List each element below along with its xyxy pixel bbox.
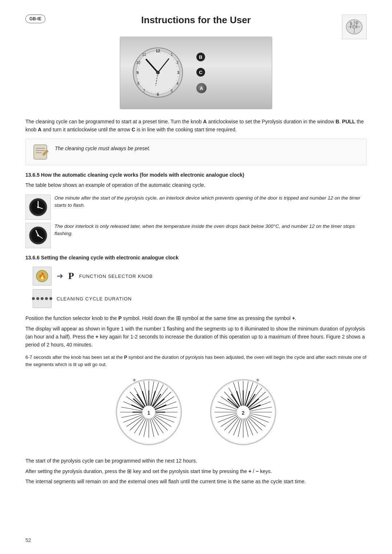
label-a: A	[196, 83, 207, 93]
bottom-para1: The start of the pyrolysis cycle can be …	[25, 457, 367, 465]
svg-text:4: 4	[176, 82, 179, 86]
page: GB-IE Instructions for the User	[0, 0, 392, 554]
svg-text:3: 3	[177, 70, 179, 75]
svg-point-3	[352, 25, 356, 29]
intro-para1: The cleaning cycle can be programmed to …	[25, 118, 367, 134]
dial-2: ✳	[207, 376, 279, 448]
section-365: 13.6.5 How the automatic cleaning cycle …	[25, 171, 367, 189]
section-365-para1: The table below shows an example of oper…	[25, 181, 367, 189]
svg-text:1: 1	[147, 410, 150, 416]
function-row-1: 🔥 ➜ P FUNCTION SELECTOR KNOB	[33, 267, 367, 286]
svg-text:8: 8	[137, 82, 139, 86]
fn-label-2: CLEANING CYCLE DURATION	[57, 296, 132, 301]
clock-icon-row-2: The door interlock is only released late…	[25, 223, 367, 248]
label-c: C	[196, 68, 205, 77]
dot-1	[32, 297, 35, 300]
section-366: 13.6.6 Setting the cleaning cycle with e…	[25, 254, 367, 262]
svg-text:2: 2	[176, 61, 179, 65]
dial-1: ✳	[113, 376, 185, 448]
svg-text:10: 10	[136, 61, 140, 65]
dial1-annotation: ✳	[132, 378, 136, 383]
note-text: The cleaning cycle must always be preset…	[55, 143, 150, 152]
svg-text:2: 2	[242, 410, 245, 416]
svg-text:7: 7	[143, 89, 145, 93]
analog-clock: 12 3 6 9 1 2 4 5 7 8 10 11	[131, 46, 185, 100]
body-para2: The display will appear as shown in figu…	[25, 325, 367, 349]
clock-icons-section: One minute after the start of the pyroly…	[25, 194, 367, 248]
function-rows: 🔥 ➜ P FUNCTION SELECTOR KNOB CLEANING CY…	[33, 267, 367, 308]
arrow-icon: ➜	[57, 271, 63, 281]
svg-text:1: 1	[171, 53, 173, 57]
section-365-italic1: One minute after the start of the pyroly…	[54, 194, 367, 209]
header-icon	[342, 15, 367, 39]
section-365-italic2: The door interlock is only released late…	[54, 223, 367, 238]
svg-point-35	[37, 206, 39, 208]
clock-icon-row-1: One minute after the start of the pyroly…	[25, 194, 367, 220]
dark-clock-icon-2	[25, 223, 51, 248]
p-symbol: P	[68, 271, 74, 282]
page-number: 52	[25, 537, 31, 543]
dot-5	[49, 297, 52, 300]
dots-icon-box	[33, 289, 52, 308]
svg-text:5: 5	[171, 89, 173, 93]
body-text-block-2: 6-7 seconds after the knob has been set …	[25, 354, 367, 368]
body-para3: 6-7 seconds after the knob has been set …	[25, 354, 367, 368]
section-365-heading: 13.6.5 How the automatic cleaning cycle …	[25, 171, 367, 179]
svg-text:9: 9	[136, 70, 139, 75]
dial-diagrams: ✳	[25, 376, 367, 448]
function-row-2: CLEANING CYCLE DURATION	[33, 289, 367, 308]
gb-ie-badge: GB-IE	[25, 15, 45, 23]
dot-2	[36, 297, 39, 300]
dot-3	[41, 297, 44, 300]
body-text-block: Position the function selector knob to t…	[25, 314, 367, 349]
dots-icon	[30, 295, 54, 302]
clock-diagram-image: 12 3 6 9 1 2 4 5 7 8 10 11	[120, 37, 272, 109]
svg-point-41	[37, 234, 39, 236]
svg-text:🔥: 🔥	[38, 272, 46, 280]
header: GB-IE Instructions for the User	[25, 15, 367, 26]
bottom-text: The start of the pyrolysis cycle can be …	[25, 457, 367, 486]
section-366-heading: 13.6.6 Setting the cleaning cycle with e…	[25, 254, 367, 262]
flame-icon-box: 🔥	[33, 267, 52, 286]
intro-text-block: The cleaning cycle can be programmed to …	[25, 118, 367, 134]
dot-4	[45, 297, 48, 300]
page-title: Instructions for the User	[141, 15, 251, 26]
dial2-annotation: ✳	[256, 378, 260, 383]
diagram-labels: B C A	[196, 53, 207, 93]
svg-text:11: 11	[142, 53, 146, 57]
svg-text:12: 12	[156, 49, 160, 53]
body-para1: Position the function selector knob to t…	[25, 314, 367, 323]
bottom-para2: After setting the pyrolysis duration, pr…	[25, 467, 367, 476]
fn-label-1: FUNCTION SELECTOR KNOB	[79, 274, 153, 279]
svg-text:6: 6	[157, 92, 159, 97]
dark-clock-icon	[25, 194, 51, 220]
oven-icon	[345, 17, 364, 36]
label-b: B	[196, 53, 205, 61]
clock-diagram-section: 12 3 6 9 1 2 4 5 7 8 10 11	[25, 37, 367, 109]
label-a-text: A	[200, 86, 203, 91]
note-icon	[31, 143, 50, 161]
bottom-para3: The internal segments will remain on and…	[25, 478, 367, 486]
note-box: The cleaning cycle must always be preset…	[25, 139, 367, 165]
